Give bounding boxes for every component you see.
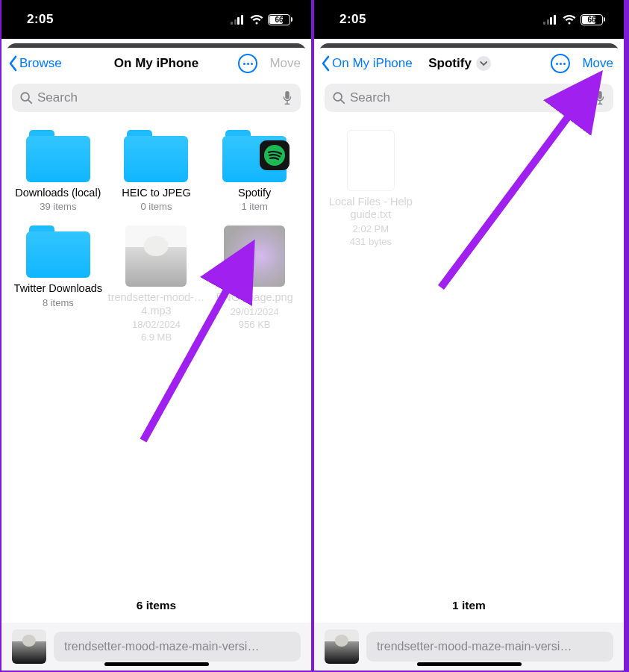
more-button[interactable] bbox=[551, 54, 570, 73]
moving-file-name: trendsetter-mood-maze-main-versi… bbox=[366, 632, 613, 662]
folder-spotify[interactable]: Spotify 1 item bbox=[205, 130, 304, 212]
status-bar: 2:05 66 bbox=[314, 0, 624, 39]
page-title: On My iPhone bbox=[114, 56, 198, 71]
nav-bar: On My iPhone Spotify Move bbox=[314, 48, 624, 79]
back-button[interactable]: Browse bbox=[7, 55, 62, 72]
svg-point-0 bbox=[21, 93, 29, 101]
battery-icon: 66 bbox=[268, 14, 290, 25]
svg-line-1 bbox=[28, 100, 31, 103]
folder-downloads[interactable]: Downloads (local) 39 items bbox=[9, 130, 107, 212]
wifi-icon bbox=[250, 14, 263, 25]
moving-file-thumb bbox=[325, 629, 359, 664]
battery-icon: 66 bbox=[581, 14, 603, 25]
search-placeholder: Search bbox=[37, 90, 277, 105]
moving-file-name: trendsetter-mood-maze-main-versi… bbox=[54, 632, 301, 662]
search-input[interactable]: Search bbox=[12, 84, 301, 112]
search-input[interactable]: Search bbox=[325, 84, 613, 112]
svg-line-6 bbox=[341, 100, 344, 103]
file-png-image: PNG image.png 29/01/2024 956 KB bbox=[205, 225, 304, 343]
cellular-icon bbox=[543, 15, 558, 25]
page-title[interactable]: Spotify bbox=[428, 56, 491, 71]
item-count: 6 items bbox=[1, 590, 311, 623]
chevron-down-icon[interactable] bbox=[476, 56, 491, 71]
search-icon bbox=[19, 91, 33, 105]
move-button[interactable]: Move bbox=[582, 56, 613, 71]
spotify-icon bbox=[260, 140, 290, 170]
svg-rect-7 bbox=[598, 91, 601, 99]
status-time: 2:05 bbox=[27, 12, 54, 27]
home-indicator[interactable] bbox=[104, 662, 209, 666]
item-count: 1 item bbox=[314, 590, 624, 623]
search-placeholder: Search bbox=[350, 90, 589, 105]
phone-left: 2:05 66 Browse On My iPhone bbox=[0, 0, 313, 671]
search-icon bbox=[332, 91, 345, 105]
mic-icon[interactable] bbox=[594, 90, 606, 105]
file-grid: Local Files - Help guide.txt 2:02 PM 431… bbox=[314, 118, 624, 247]
status-time: 2:05 bbox=[339, 12, 366, 27]
file-local-files-txt: Local Files - Help guide.txt 2:02 PM 431… bbox=[322, 130, 420, 247]
chevron-left-icon bbox=[320, 55, 331, 72]
moving-file-thumb bbox=[12, 629, 46, 664]
back-label: Browse bbox=[19, 56, 62, 71]
folder-twitter-downloads[interactable]: Twitter Downloads 8 items bbox=[9, 225, 107, 343]
file-grid: Downloads (local) 39 items HEIC to JPEG … bbox=[1, 118, 311, 343]
home-indicator[interactable] bbox=[417, 662, 522, 666]
move-button: Move bbox=[269, 56, 301, 71]
nav-bar: Browse On My iPhone Move bbox=[1, 48, 311, 79]
file-trendsetter-mp3: trendsetter-mood-…4.mp3 18/02/2024 6.9 M… bbox=[107, 225, 206, 343]
back-button[interactable]: On My iPhone bbox=[320, 55, 413, 72]
phone-right: 2:05 66 On My iPhone Spotify bbox=[313, 0, 625, 671]
svg-rect-2 bbox=[285, 91, 289, 99]
svg-point-5 bbox=[334, 93, 342, 101]
back-label: On My iPhone bbox=[332, 56, 413, 71]
mic-icon[interactable] bbox=[281, 90, 293, 105]
wifi-icon bbox=[563, 14, 576, 25]
folder-heic-to-jpeg[interactable]: HEIC to JPEG 0 items bbox=[107, 130, 206, 212]
more-button[interactable] bbox=[238, 54, 257, 73]
status-bar: 2:05 66 bbox=[1, 0, 311, 39]
cellular-icon bbox=[231, 15, 245, 25]
chevron-left-icon bbox=[7, 55, 18, 72]
